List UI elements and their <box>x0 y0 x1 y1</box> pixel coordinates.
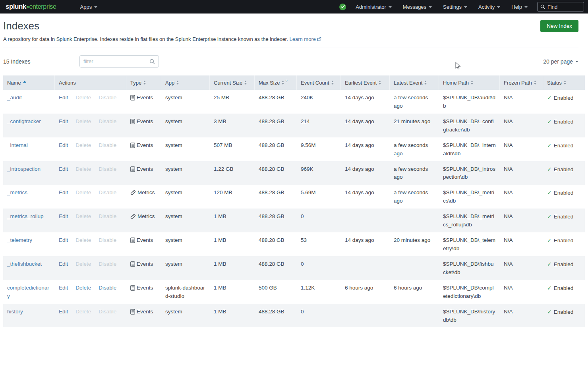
index-name-link[interactable]: _telemetry <box>7 237 32 243</box>
metrics-type-icon <box>130 214 136 219</box>
settings-menu-label: Settings <box>443 4 462 10</box>
latest-event-cell: a few seconds ago <box>390 137 439 161</box>
settings-menu[interactable]: Settings <box>437 0 473 14</box>
column-header-latest-event[interactable]: Latest Event <box>390 75 439 90</box>
index-name-link[interactable]: _internal <box>7 142 28 148</box>
column-header-current-size[interactable]: Current Size <box>210 75 255 90</box>
health-status-icon[interactable] <box>339 4 346 10</box>
actions-cell: EditDeleteDisable <box>55 232 126 256</box>
find-input[interactable] <box>547 4 579 10</box>
max-size-cell: 488.28 GB <box>255 161 297 185</box>
table-row: _telemetryEditDeleteDisableEventssystem1… <box>3 232 585 256</box>
type-cell: Events <box>126 137 161 161</box>
disable-link: Disable <box>99 94 116 102</box>
messages-menu[interactable]: Messages <box>397 0 437 14</box>
index-name-link[interactable]: _metrics <box>7 189 27 195</box>
status-cell: ✓Enabled <box>543 209 585 232</box>
column-header-label: Status <box>547 80 562 86</box>
edit-link[interactable]: Edit <box>59 212 68 221</box>
edit-link[interactable]: Edit <box>59 94 68 102</box>
type-label: Metrics <box>137 212 155 221</box>
filter-box[interactable] <box>79 55 159 68</box>
status-cell: ✓Enabled <box>543 232 585 256</box>
earliest-event-cell: 14 days ago <box>341 90 390 114</box>
activity-menu[interactable]: Activity <box>473 0 506 14</box>
type-cell: Events <box>126 256 161 280</box>
metrics-type-icon <box>130 190 136 195</box>
name-cell: _metrics_rollup <box>3 209 55 232</box>
app-cell: system <box>161 256 210 280</box>
administrator-menu[interactable]: Administrator <box>350 0 397 14</box>
max-size-cell: 488.28 GB <box>255 137 297 161</box>
latest-event-cell: a few seconds ago <box>390 90 439 114</box>
edit-link[interactable]: Edit <box>59 308 68 316</box>
name-cell: _thefishbucket <box>3 256 55 280</box>
column-header-event-count[interactable]: Event Count <box>297 75 341 90</box>
edit-link[interactable]: Edit <box>59 260 68 268</box>
search-icon <box>149 59 155 64</box>
events-type-icon <box>130 285 135 291</box>
find-search-box[interactable] <box>537 2 584 12</box>
delete-link[interactable]: Delete <box>75 284 91 292</box>
enabled-check-icon: ✓ <box>547 213 552 220</box>
edit-link[interactable]: Edit <box>59 141 68 150</box>
index-name-link[interactable]: history <box>7 309 23 315</box>
disable-link: Disable <box>99 212 116 221</box>
latest-event-cell: 6 hours ago <box>390 280 439 304</box>
app-cell: system <box>161 90 210 114</box>
help-icon[interactable]: ? <box>285 79 287 83</box>
index-name-link[interactable]: _thefishbucket <box>7 261 42 267</box>
column-header-home-path[interactable]: Home Path <box>439 75 500 90</box>
column-header-actions: Actions <box>55 75 126 90</box>
apps-menu[interactable]: Apps <box>75 0 103 14</box>
current-size-cell: 1.22 GB <box>210 161 255 185</box>
edit-link[interactable]: Edit <box>59 189 68 197</box>
column-header-max-size[interactable]: Max Size? <box>255 75 297 90</box>
edit-link[interactable]: Edit <box>59 118 68 126</box>
app-cell: system <box>161 161 210 185</box>
column-header-type[interactable]: Type <box>126 75 161 90</box>
index-name-link[interactable]: _configtracker <box>7 118 41 124</box>
splunk-logo[interactable]: splunk>enterprise <box>6 3 56 11</box>
new-index-button[interactable]: New Index <box>540 20 578 32</box>
sort-ascending-icon <box>23 81 26 83</box>
event-count-cell: 0 <box>297 209 341 232</box>
help-menu[interactable]: Help <box>506 0 533 14</box>
learn-more-link[interactable]: Learn more <box>289 36 321 42</box>
index-name-link[interactable]: _metrics_rollup <box>7 213 44 219</box>
sort-icon <box>282 81 284 85</box>
latest-event-cell <box>390 256 439 280</box>
per-page-dropdown[interactable]: 20 per page <box>543 58 578 65</box>
column-header-earliest-event[interactable]: Earliest Event <box>341 75 390 90</box>
column-header-label: Name <box>7 80 21 86</box>
edit-link[interactable]: Edit <box>59 236 68 245</box>
event-count-cell: 240K <box>297 90 341 114</box>
index-name-link[interactable]: _introspection <box>7 166 41 172</box>
index-name-link[interactable]: completedictionary <box>7 285 49 299</box>
actions-cell: EditDeleteDisable <box>55 90 126 114</box>
column-header-frozen-path[interactable]: Frozen Path <box>500 75 543 90</box>
events-type-icon <box>130 238 135 243</box>
disable-link[interactable]: Disable <box>99 284 116 292</box>
event-count-cell: 214 <box>297 114 341 137</box>
table-row: _auditEditDeleteDisableEventssystem25 MB… <box>3 90 585 114</box>
chevron-down-icon <box>389 6 392 8</box>
column-header-status[interactable]: Status <box>543 75 585 90</box>
column-header-name[interactable]: Name <box>3 75 55 90</box>
app-cell: system <box>161 232 210 256</box>
table-row: _thefishbucketEditDeleteDisableEventssys… <box>3 256 585 280</box>
name-cell: _telemetry <box>3 232 55 256</box>
home-path-cell: $SPLUNK_DB\_internaldb\db <box>439 137 500 161</box>
status-label: Enabled <box>554 143 574 149</box>
latest-event-cell <box>390 304 439 328</box>
edit-link[interactable]: Edit <box>59 165 68 174</box>
learn-more-label: Learn more <box>289 36 315 42</box>
column-header-app[interactable]: App <box>161 75 210 90</box>
edit-link[interactable]: Edit <box>59 284 68 292</box>
index-name-link[interactable]: _audit <box>7 95 22 100</box>
disable-link: Disable <box>99 308 116 316</box>
enabled-check-icon: ✓ <box>547 166 552 172</box>
max-size-cell: 488.28 GB <box>255 256 297 280</box>
event-count-cell: 9.56M <box>297 137 341 161</box>
filter-input[interactable] <box>83 58 149 64</box>
